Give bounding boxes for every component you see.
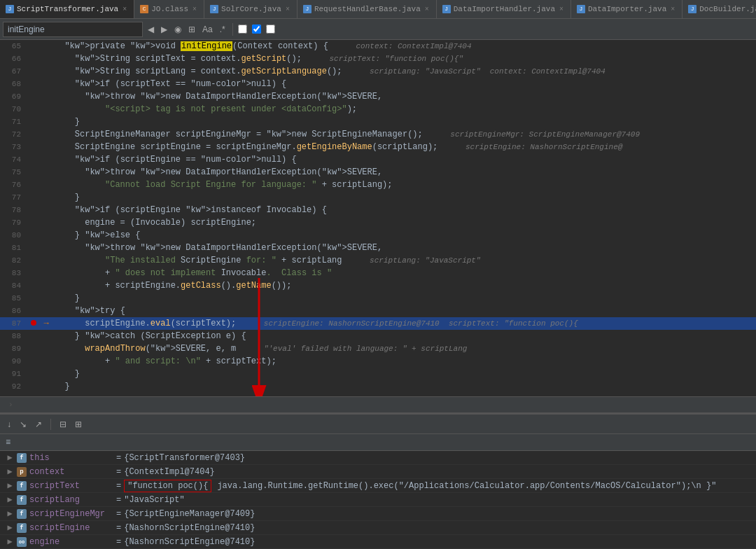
line-breakpoint-82[interactable] — [27, 254, 41, 267]
var-expand-6[interactable]: ▶ — [3, 536, 17, 547]
tab-close-1[interactable]: × — [191, 5, 198, 14]
variables-list: ▶fthis = {ScriptTransformer@7403}▶pconte… — [0, 451, 756, 549]
code-line-73: 73 ScriptEngine scriptEngine = scriptEng… — [0, 141, 756, 153]
line-breakpoint-75[interactable] — [27, 166, 41, 179]
var-value-0: {ScriptTransformer@7403} — [124, 453, 245, 463]
search-words-button[interactable]: ⊞ — [186, 23, 197, 36]
line-breakpoint-67[interactable] — [27, 65, 41, 78]
line-breakpoint-85[interactable] — [27, 292, 41, 305]
tab-scripttransformer-java[interactable]: JScriptTransformer.java× — [0, 0, 134, 19]
line-breakpoint-73[interactable] — [27, 141, 41, 153]
var-row-6[interactable]: ▶ooengine = {NashornScriptEngine@7410} — [0, 535, 756, 549]
var-expand-1[interactable]: ▶ — [3, 466, 17, 477]
line-breakpoint-93[interactable] — [27, 393, 41, 397]
var-row-0[interactable]: ▶fthis = {ScriptTransformer@7403} — [0, 451, 756, 465]
line-breakpoint-78[interactable] — [27, 204, 41, 216]
code-line-68: 68 "kw">if (scriptText == "num-color">nu… — [0, 78, 756, 90]
line-breakpoint-77[interactable] — [27, 191, 41, 204]
line-breakpoint-65[interactable] — [27, 40, 41, 53]
var-row-4[interactable]: ▶fscriptEngineMgr = {ScriptEngineManager… — [0, 507, 756, 521]
match-case-option[interactable] — [238, 25, 249, 34]
tab-jo-class[interactable]: CJO.class× — [134, 0, 204, 19]
line-content-71: } — [52, 116, 756, 128]
line-breakpoint-66[interactable] — [27, 53, 41, 65]
tab-close-5[interactable]: × — [669, 5, 676, 14]
line-breakpoint-80[interactable] — [27, 229, 41, 242]
line-content-93 — [52, 393, 756, 397]
line-number-86: 86 — [0, 305, 27, 317]
line-number-67: 67 — [0, 65, 27, 78]
line-content-79: engine = (Invocable) scriptEngine; — [52, 216, 756, 229]
var-value-2: "function poc(){ — [124, 480, 211, 492]
line-breakpoint-90[interactable] — [27, 355, 41, 368]
line-breakpoint-89[interactable] — [27, 342, 41, 355]
code-line-65: 65 "kw">private "kw">void initEngine(Con… — [0, 40, 756, 53]
line-number-90: 90 — [0, 355, 27, 368]
tab-requesthandlerbase-java[interactable]: JRequestHandlerBase.java× — [298, 0, 437, 19]
search-regex-nav-button[interactable]: .* — [218, 23, 227, 36]
var-expand-3[interactable]: ▶ — [3, 494, 17, 505]
tab-dataimporter-java[interactable]: JDataImporter.java× — [571, 0, 682, 19]
var-row-3[interactable]: ▶fscriptLang = "JavaScript" — [0, 493, 756, 507]
code-scroll[interactable]: 65 "kw">private "kw">void initEngine(Con… — [0, 40, 756, 397]
tab-close-4[interactable]: × — [558, 5, 565, 14]
line-breakpoint-84[interactable] — [27, 279, 41, 292]
tab-docbuilder-java[interactable]: JDocBuilder.java× — [682, 0, 756, 19]
line-breakpoint-72[interactable] — [27, 128, 41, 141]
line-breakpoint-68[interactable] — [27, 78, 41, 90]
tab-close-3[interactable]: × — [424, 5, 430, 14]
line-breakpoint-86[interactable] — [27, 305, 41, 317]
line-execution-arrow-75 — [41, 166, 52, 179]
search-next-button[interactable]: ▶ — [159, 23, 169, 36]
search-input[interactable] — [3, 22, 143, 37]
var-expand-0[interactable]: ▶ — [3, 452, 17, 463]
var-row-5[interactable]: ▶fscriptEngine = {NashornScriptEngine@74… — [0, 521, 756, 535]
line-breakpoint-92[interactable] — [27, 380, 41, 393]
var-row-1[interactable]: ▶pcontext = {ContextImpl@7404} — [0, 465, 756, 479]
line-breakpoint-69[interactable] — [27, 90, 41, 103]
step-over-button[interactable]: ↓ — [4, 418, 14, 431]
line-breakpoint-87[interactable] — [27, 317, 41, 330]
words-option[interactable] — [252, 25, 263, 34]
watches-button[interactable]: ⊞ — [72, 418, 85, 431]
var-expand-4[interactable]: ▶ — [3, 508, 17, 519]
line-breakpoint-79[interactable] — [27, 216, 41, 229]
line-breakpoint-88[interactable] — [27, 330, 41, 342]
code-line-92: 92 } — [0, 380, 756, 393]
match-case-checkbox[interactable] — [238, 25, 247, 34]
line-number-72: 72 — [0, 128, 27, 141]
line-number-71: 71 — [0, 116, 27, 128]
regex-checkbox[interactable] — [266, 25, 275, 34]
line-breakpoint-91[interactable] — [27, 368, 41, 380]
tab-solrcore-java[interactable]: JSolrCore.java× — [204, 0, 298, 19]
breakpoint-dot-87 — [31, 320, 36, 326]
tab-close-2[interactable]: × — [284, 5, 291, 14]
line-breakpoint-70[interactable] — [27, 103, 41, 116]
regex-option[interactable] — [266, 25, 277, 34]
var-equals-0: = — [116, 453, 121, 463]
bottom-section: ↓ ↘ ↗ ⊟ ⊞ ≡ ▶fthis = {ScriptTransformer@… — [0, 413, 756, 549]
line-hint-67: scriptLang: "JavaScript" context: Contex… — [342, 67, 606, 76]
tab-close-0[interactable]: × — [121, 5, 128, 14]
search-case-button[interactable]: Aa — [200, 23, 215, 36]
line-breakpoint-81[interactable] — [27, 242, 41, 254]
line-breakpoint-74[interactable] — [27, 153, 41, 166]
var-row-2[interactable]: ▶fscriptText = "function poc(){ java.lan… — [0, 479, 756, 493]
search-prev-button[interactable]: ◀ — [146, 23, 156, 36]
line-execution-arrow-88 — [41, 330, 52, 342]
line-execution-arrow-90 — [41, 355, 52, 368]
line-breakpoint-83[interactable] — [27, 267, 41, 279]
tab-icon-5: J — [577, 5, 585, 13]
tab-dataimporthandler-java[interactable]: JDataImportHandler.java× — [437, 0, 571, 19]
step-out-button[interactable]: ↗ — [32, 418, 45, 431]
var-expand-5[interactable]: ▶ — [3, 522, 17, 533]
step-into-button[interactable]: ↘ — [17, 418, 29, 431]
search-filter-button[interactable]: ◉ — [172, 23, 183, 36]
line-breakpoint-76[interactable] — [27, 179, 41, 191]
line-breakpoint-71[interactable] — [27, 116, 41, 128]
frames-button[interactable]: ⊟ — [57, 418, 69, 431]
line-content-69: "kw">throw "kw">new DataImportHandlerExc… — [52, 90, 756, 103]
line-content-86: "kw">try { — [52, 305, 756, 317]
words-checkbox[interactable] — [252, 25, 261, 34]
var-expand-2[interactable]: ▶ — [3, 480, 17, 491]
